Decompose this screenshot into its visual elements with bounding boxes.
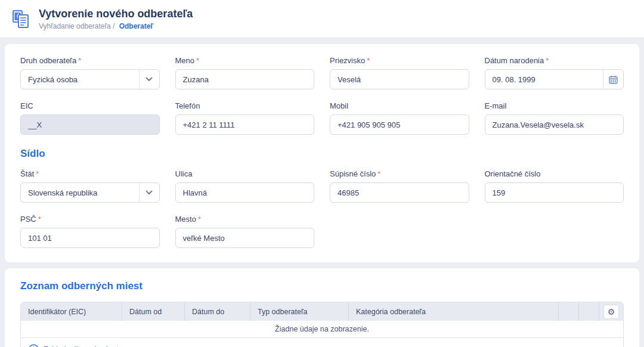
required-mark: *	[78, 56, 81, 65]
column-header-customer-category[interactable]: Kategória odberateľa	[349, 302, 559, 321]
mobile-input[interactable]	[330, 115, 469, 134]
page-header: Vytvorenie nového odberateľa Vyhľadanie …	[0, 0, 644, 38]
add-consumption-point-link[interactable]: Pridať odberné miesto	[29, 344, 123, 347]
birth-date-label: Dátum narodenia	[485, 56, 544, 65]
last-name-input[interactable]	[330, 70, 469, 89]
field-house-number: Súpisné číslo*	[330, 169, 469, 203]
house-number-label: Súpisné číslo	[330, 169, 376, 178]
required-mark: *	[546, 56, 549, 65]
table-header-cell-empty	[579, 302, 599, 321]
column-header-date-from[interactable]: Dátum od	[122, 302, 185, 321]
eic-label: EIC	[20, 101, 33, 110]
table-empty-state: Žiadne údaje na zobrazenie.	[21, 321, 623, 338]
country-label: Štát	[20, 169, 34, 178]
consumption-points-table: Identifikátor (EIC) Dátum od Dátum do Ty…	[20, 302, 624, 347]
first-name-input[interactable]	[176, 70, 314, 89]
required-mark: *	[36, 169, 39, 178]
city-input[interactable]	[176, 228, 314, 247]
page-title: Vytvorenie nového odberateľa	[39, 8, 193, 20]
chevron-down-icon[interactable]	[139, 70, 159, 89]
required-mark: *	[196, 56, 199, 65]
residence-section-heading: Sídlo	[20, 148, 624, 160]
field-street: Ulica	[175, 169, 315, 203]
field-country: Štát* Slovenská republika	[20, 169, 160, 203]
phone-input[interactable]	[176, 115, 314, 134]
field-eic: EIC	[20, 101, 160, 135]
consumption-points-heading: Zoznam odberných miest	[20, 280, 624, 292]
customer-documents-icon	[11, 9, 31, 29]
field-email: E-mail	[485, 101, 624, 135]
consumption-points-panel: Zoznam odberných miest Identifikátor (EI…	[5, 268, 639, 347]
table-header-row: Identifikátor (EIC) Dátum od Dátum do Ty…	[21, 302, 623, 321]
field-birth-date: Dátum narodenia*	[485, 56, 624, 89]
chevron-down-icon[interactable]	[139, 183, 159, 202]
postal-code-label: PSČ	[20, 215, 36, 224]
field-first-name: Meno*	[175, 56, 315, 89]
birth-date-input[interactable]	[485, 70, 603, 89]
column-header-customer-type[interactable]: Typ odberateľa	[250, 302, 349, 321]
first-name-label: Meno	[175, 56, 195, 65]
postal-code-input[interactable]	[21, 228, 159, 247]
street-input[interactable]	[176, 183, 314, 202]
email-input[interactable]	[485, 115, 624, 134]
column-header-eic[interactable]: Identifikátor (EIC)	[21, 302, 122, 321]
required-mark: *	[377, 169, 380, 178]
country-value: Slovenská republika	[21, 188, 139, 197]
field-city: Mesto*	[175, 215, 315, 248]
breadcrumb-parent-link[interactable]: Vyhľadanie odberateľa /	[39, 22, 114, 30]
city-label: Mesto	[175, 215, 196, 224]
country-select[interactable]: Slovenská republika	[20, 182, 160, 203]
last-name-label: Priezvisko	[330, 56, 365, 65]
table-settings-gear-icon[interactable]: ⚙	[603, 305, 619, 319]
field-postal-code: PSČ*	[20, 215, 160, 248]
customer-type-select[interactable]: Fyzická osoba	[20, 69, 160, 89]
field-customer-type: Druh odberateľa* Fyzická osoba	[20, 56, 160, 89]
email-label: E-mail	[485, 101, 507, 110]
mobile-label: Mobil	[330, 101, 348, 110]
field-orientation-number: Orientačné číslo	[485, 169, 624, 203]
table-header-cell-empty	[559, 302, 579, 321]
customer-form-panel: Druh odberateľa* Fyzická osoba Meno* Pri…	[5, 44, 639, 262]
breadcrumb-current: Odberateľ	[119, 22, 153, 30]
plus-circle-icon	[29, 344, 39, 347]
table-header-cell-settings: ⚙	[599, 302, 623, 321]
table-add-row: Pridať odberné miesto	[21, 338, 623, 347]
customer-type-value: Fyzická osoba	[21, 75, 139, 84]
orientation-number-label: Orientačné číslo	[485, 169, 541, 178]
field-mobile: Mobil	[330, 101, 469, 135]
required-mark: *	[38, 215, 41, 224]
eic-input	[21, 115, 159, 134]
house-number-input[interactable]	[330, 183, 469, 202]
field-phone: Telefón	[175, 101, 315, 135]
street-label: Ulica	[175, 169, 193, 178]
add-consumption-point-label: Pridať odberné miesto	[44, 345, 123, 347]
customer-type-label: Druh odberateľa	[20, 56, 76, 65]
required-mark: *	[198, 215, 201, 224]
required-mark: *	[367, 56, 370, 65]
calendar-icon[interactable]	[603, 70, 623, 89]
field-last-name: Priezvisko*	[330, 56, 469, 89]
breadcrumb: Vyhľadanie odberateľa / Odberateľ	[39, 22, 193, 30]
phone-label: Telefón	[175, 101, 200, 110]
column-header-date-to[interactable]: Dátum do	[185, 302, 250, 321]
orientation-number-input[interactable]	[485, 183, 624, 202]
